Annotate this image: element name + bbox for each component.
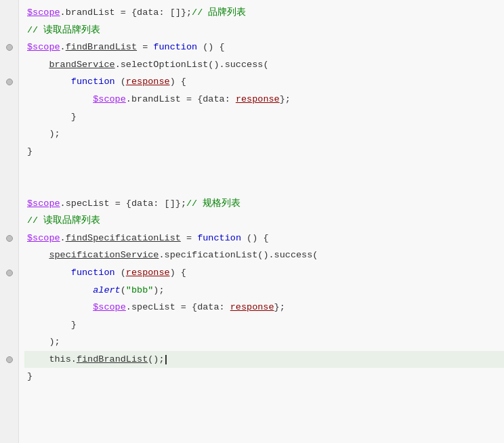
token-dot8: .: [126, 300, 131, 315]
token-brandlist2: brandList: [131, 92, 181, 107]
code-line-8: );: [24, 125, 504, 143]
token-scope2: $scope: [27, 40, 60, 55]
token-colon3: : []: [153, 196, 175, 211]
token-this: this: [49, 352, 70, 367]
gutter-line-13: [0, 212, 19, 230]
code-line-18: $scope.specList = {data: response};: [24, 299, 504, 316]
token-data2: data: [203, 92, 224, 107]
token-response2: response: [236, 92, 280, 107]
token-paren10: ) {: [170, 266, 186, 280]
token-eq3: = {: [181, 92, 203, 107]
gutter-line-17: [0, 282, 19, 299]
token-dot6: .: [60, 231, 66, 246]
gutter-line-5: [0, 73, 19, 91]
token-closebrace4: }: [27, 369, 33, 384]
token-semi3: ;: [181, 196, 186, 211]
token-selectoption: selectOptionList: [121, 58, 209, 72]
token-brace4: {: [126, 196, 131, 211]
token-brace5: }: [175, 196, 181, 211]
token-colon1: : []: [159, 5, 180, 20]
token-indent11: [27, 335, 49, 350]
token-indent8: [27, 283, 93, 298]
token-indent12: [27, 352, 49, 367]
token-paren4: (: [115, 75, 126, 89]
gutter-line-2: [0, 22, 19, 39]
gutter-line-11: [0, 177, 19, 195]
token-function1: function: [153, 40, 197, 55]
token-closebrace3: }: [71, 318, 77, 333]
token-brace1: {: [131, 5, 137, 20]
token-dot2: .: [60, 40, 66, 55]
token-response1: response: [126, 75, 170, 89]
code-line-22: }: [24, 368, 504, 385]
token-function2: function: [71, 75, 115, 89]
token-scope6: $scope: [93, 300, 126, 315]
code-line-1: $scope.brandList = {data: []};// 品牌列表: [24, 4, 504, 22]
cursor: [165, 355, 167, 364]
token-semi1: ;: [186, 5, 192, 20]
code-line-14: $scope.findSpecificationList = function …: [24, 230, 504, 247]
token-indent10: [27, 318, 71, 333]
token-comment1: // 品牌列表: [192, 5, 246, 20]
gutter-line-9: [0, 143, 19, 161]
token-closeparen2: );: [49, 335, 60, 350]
token-response4: response: [230, 300, 274, 315]
token-eq6: = {: [175, 300, 197, 315]
token-closeparen1: );: [49, 127, 60, 142]
token-speclist: specList: [66, 196, 110, 211]
token-dot7: .: [159, 248, 164, 263]
token-function4: function: [71, 266, 115, 280]
code-line-13: // 读取品牌列表: [24, 212, 504, 230]
code-line-12: $scope.specList = {data: []};// 规格列表: [24, 195, 504, 213]
gutter-line-8: [0, 125, 19, 143]
code-line-21: this.findBrandList();: [24, 351, 504, 368]
code-line-7: }: [24, 108, 504, 126]
token-colon2: :: [225, 92, 236, 107]
token-dot5: .: [60, 196, 66, 211]
code-line-16: function (response) {: [24, 264, 504, 282]
gutter-line-6: [0, 91, 19, 108]
code-content[interactable]: $scope.brandList = {data: []};// 品牌列表 //…: [19, 0, 504, 443]
token-scope3: $scope: [93, 92, 126, 107]
gutter-line-7: [0, 108, 19, 126]
token-indent7: [27, 266, 71, 280]
gutter-line-14: [0, 230, 19, 247]
code-line-20: );: [24, 333, 504, 351]
gutter-line-24: [0, 403, 19, 421]
token-brace3: }: [280, 92, 285, 107]
token-data4: data: [197, 300, 219, 315]
gutter-line-1: [0, 4, 19, 22]
gutter-line-4: [0, 56, 19, 74]
token-response3: response: [126, 266, 170, 280]
token-specservice: specificationService: [49, 248, 159, 263]
token-string-bbb: "bbb": [126, 283, 154, 298]
token-colon4: :: [219, 300, 230, 315]
token-closebrace1: }: [71, 110, 77, 125]
token-dot4: .: [126, 92, 131, 107]
token-data1: data: [137, 5, 159, 20]
token-paren13: ();: [148, 352, 164, 367]
token-semi2: ;: [285, 92, 291, 107]
code-line-2: // 读取品牌列表: [24, 22, 504, 39]
token-brandlist: brandList: [66, 5, 115, 20]
token-indent4: [27, 110, 71, 125]
editor-container: $scope.brandList = {data: []};// 品牌列表 //…: [0, 0, 504, 443]
token-data3: data: [131, 196, 153, 211]
token-paren12: );: [153, 283, 164, 298]
token-dot9: .: [71, 352, 77, 367]
token-dot1: .: [60, 5, 66, 20]
token-scope4: $scope: [27, 196, 60, 211]
gutter-line-18: [0, 299, 19, 316]
code-line-15: specificationService.specificationList()…: [24, 247, 504, 264]
token-paren6: () {: [241, 231, 269, 246]
gutter-line-10: [0, 160, 19, 177]
token-paren2: ().: [208, 58, 224, 72]
code-line-3: $scope.findBrandList = function () {: [24, 39, 504, 56]
gutter-line-3: [0, 39, 19, 56]
gutter-line-15: [0, 247, 19, 264]
token-indent2: [27, 75, 71, 89]
token-brace6: }: [274, 300, 280, 315]
token-semi4: ;: [280, 300, 285, 315]
code-line-11: [24, 177, 504, 195]
code-line-17: alert("bbb");: [24, 282, 504, 299]
